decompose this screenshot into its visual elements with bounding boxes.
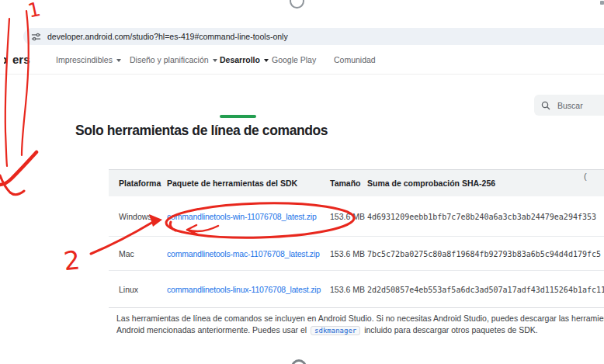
table-row-windows: Windows commandlinetools-win-11076708_la…	[109, 196, 604, 237]
clipped-circle-bottom-icon	[291, 359, 307, 364]
sha256-checksum: 7bc5c72ba0275c80a8f19684fb92793b83a6b5c9…	[367, 249, 601, 258]
sha256-checksum: 2d2d50857e4eb553af5a6dc3ad507a17adf43d11…	[367, 285, 604, 293]
nav-item-imprescindibles[interactable]: Imprescindibles	[56, 55, 121, 64]
sdkmanager-code-chip[interactable]: sdkmanager	[311, 326, 360, 335]
footnote-line-1: Las herramientas de línea de comandos se…	[116, 313, 604, 324]
annotation-step-1: 1	[26, 0, 43, 23]
chevron-down-icon	[116, 59, 121, 62]
clipped-circle-top-icon	[290, 0, 304, 9]
platform-label: Windows	[119, 212, 152, 221]
annotation-left-line-1	[5, 19, 9, 166]
annotation-step-2: 2	[62, 244, 82, 276]
table-header-row: Plataforma Paquete de herramientas del S…	[109, 169, 604, 196]
url-bar[interactable]: developer.android.com/studio?hl=es-419#c…	[23, 28, 604, 45]
table-row-linux: Linux commandlinetools-linux-11076708_la…	[109, 271, 604, 308]
nav-item-comunidad[interactable]: Comunidad	[334, 55, 376, 64]
download-link-linux[interactable]: commandlinetools-linux-11076708_latest.z…	[167, 285, 321, 294]
col-header-plataforma: Plataforma	[119, 179, 161, 188]
search-icon	[541, 101, 550, 110]
search-input[interactable]	[556, 100, 602, 111]
browser-window: developer.android.com/studio?hl=es-419#c…	[0, 0, 604, 364]
clipped-header-fragment: (	[584, 172, 587, 181]
page-title: Solo herramientas de línea de comandos	[75, 123, 328, 139]
nav-item-diseno-planificacion[interactable]: Diseño y planificación	[130, 55, 217, 64]
sha256-checksum: 4d6931209eebb1bfb7c7e8b240a6a3cb3ab24479…	[367, 212, 596, 220]
clipped-corner-fragment	[600, 1, 604, 5]
download-link-windows[interactable]: commandlinetools-win-11076708_latest.zip	[167, 212, 317, 221]
platform-label: Linux	[119, 285, 138, 294]
col-header-paquete: Paquete de herramientas del SDK	[167, 179, 297, 188]
file-size: 153.6 MB	[330, 249, 365, 258]
search-box[interactable]	[534, 95, 604, 116]
downloads-table: Plataforma Paquete de herramientas del S…	[109, 169, 604, 308]
annotation-corner-stroke	[0, 175, 24, 195]
active-tab-indicator	[220, 115, 256, 118]
file-size: 153.6 MB	[330, 212, 365, 221]
annotation-check-stroke	[0, 152, 36, 185]
file-size: 153.6 MB	[330, 285, 365, 294]
platform-label: Mac	[119, 249, 134, 258]
table-row-mac: Mac commandlinetools-mac-11076708_latest…	[109, 237, 604, 271]
url-text[interactable]: developer.android.com/studio?hl=es-419#c…	[47, 32, 288, 41]
chevron-down-icon	[213, 59, 217, 62]
table-footnote: Las herramientas de línea de comandos se…	[116, 313, 604, 337]
col-header-tamano: Tamaño	[330, 179, 360, 188]
col-header-sha256: Suma de comprobación SHA-256	[367, 179, 495, 188]
developers-wordmark-clipped-letter: p	[4, 53, 12, 68]
developers-wordmark-partial[interactable]: ers	[12, 53, 30, 66]
site-header: p ers Imprescindibles Diseño y planifica…	[0, 47, 604, 75]
nav-item-desarrollo[interactable]: Desarrollo	[220, 55, 269, 64]
chevron-down-icon	[264, 59, 269, 62]
download-link-mac[interactable]: commandlinetools-mac-11076708_latest.zip	[167, 249, 320, 258]
footnote-line-2: Android mencionadas anteriormente. Puede…	[116, 324, 604, 337]
tune-icon[interactable]	[31, 32, 41, 42]
nav-item-google-play[interactable]: Google Play	[272, 55, 316, 64]
